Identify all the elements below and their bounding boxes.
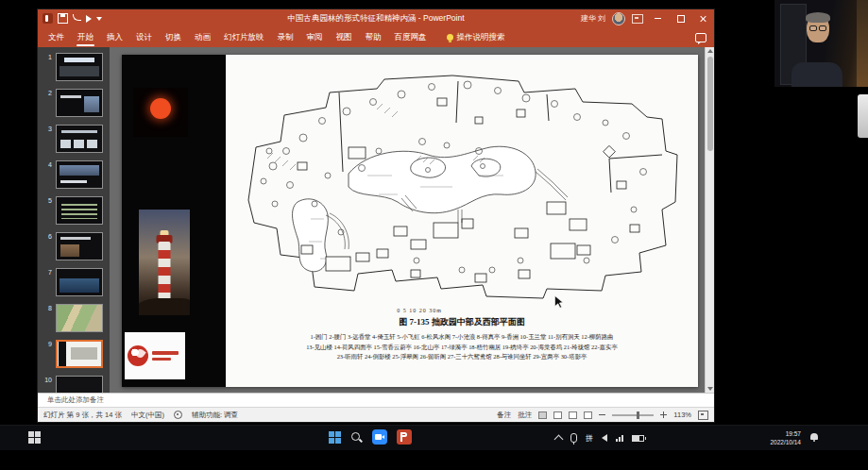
slide-thumbnail-image[interactable] <box>56 196 103 225</box>
slide-thumbnail[interactable]: 6 <box>43 232 110 260</box>
zoom-out-icon[interactable] <box>599 411 605 418</box>
workspace: 1 2 3 4 5 <box>38 47 714 393</box>
battery-icon[interactable] <box>632 435 644 442</box>
status-bar: 幻灯片 第 9 张，共 14 张 中文(中国) 辅助功能: 调查 备注 批注 1… <box>38 407 714 422</box>
slide-thumbnail-selected[interactable]: 9 <box>43 340 110 368</box>
ribbon-tab-design[interactable]: 设计 <box>129 27 159 47</box>
slide-sorter-view-icon[interactable] <box>553 411 562 419</box>
fit-slide-icon[interactable] <box>698 411 708 420</box>
slide-thumbnail-image[interactable] <box>56 53 103 81</box>
microphone-icon[interactable] <box>570 433 577 443</box>
search-icon[interactable] <box>350 431 363 444</box>
minimize-button[interactable] <box>650 9 666 27</box>
slide-thumbnail[interactable]: 2 <box>43 89 110 117</box>
ribbon-tab-view[interactable]: 视图 <box>330 27 359 47</box>
normal-view-icon[interactable] <box>538 411 547 419</box>
ribbon-tab-baidu-netdisk[interactable]: 百度网盘 <box>388 27 434 47</box>
ime-indicator[interactable]: 拼 <box>586 433 593 444</box>
webcam-video[interactable] <box>774 0 868 87</box>
account-avatar[interactable] <box>612 12 625 25</box>
meeting-app-edge-panel[interactable] <box>858 94 868 138</box>
notes-placeholder[interactable]: 单击此处添加备注 <box>47 395 104 405</box>
canvas-scrollbar[interactable] <box>705 47 714 393</box>
powerpoint-app-icon[interactable] <box>43 13 53 24</box>
slide-thumbnail[interactable]: 8 <box>43 304 110 332</box>
slide-number: 7 <box>43 268 52 276</box>
clock[interactable]: 19:57 2022/10/14 <box>748 429 801 446</box>
slide-thumbnail[interactable]: 4 <box>43 160 110 189</box>
notes-toggle[interactable]: 备注 <box>497 411 511 420</box>
restore-button[interactable] <box>672 9 689 27</box>
scroll-down-icon[interactable] <box>707 387 713 391</box>
slide-thumbnail[interactable]: 1 <box>43 53 110 81</box>
ribbon-tab-help[interactable]: 帮助 <box>359 27 388 47</box>
customize-toolbar-icon[interactable] <box>96 17 102 21</box>
scroll-up-icon[interactable] <box>707 49 713 53</box>
comments-toggle[interactable]: 批注 <box>518 411 532 420</box>
sun-icon <box>150 98 171 119</box>
zoom-slider[interactable] <box>612 414 654 416</box>
ribbon-tab-review[interactable]: 审阅 <box>300 27 330 47</box>
start-icon[interactable] <box>329 431 341 444</box>
tray-expand-icon[interactable] <box>554 435 564 445</box>
tell-me-search[interactable]: 操作说明搜索 <box>447 32 505 43</box>
titlebar[interactable]: 中国古典园林的形式特征和精神内涵 - PowerPoint 建华 刘 <box>38 9 714 27</box>
slide-number: 6 <box>43 232 52 240</box>
clock-time: 19:57 <box>748 429 801 438</box>
ribbon-tab-transitions[interactable]: 切换 <box>159 27 188 47</box>
zoom-level[interactable]: 113% <box>673 411 691 419</box>
accessibility-status[interactable]: 辅助功能: 调查 <box>192 411 238 420</box>
slide-thumbnail[interactable]: 10 <box>43 376 110 393</box>
presenter-hair <box>806 12 830 23</box>
ribbon-tab-slideshow[interactable]: 幻灯片放映 <box>217 27 271 47</box>
slide-thumbnail-image[interactable] <box>56 340 103 368</box>
start-slideshow-icon[interactable] <box>86 15 92 23</box>
slide-thumbnail-image[interactable] <box>56 232 103 260</box>
undo-icon[interactable] <box>73 14 81 21</box>
slide-thumbnail-image[interactable] <box>56 160 103 189</box>
zoom-slider-thumb[interactable] <box>637 411 639 419</box>
presenter-body <box>791 62 842 87</box>
ribbon-tab-file[interactable]: 文件 <box>42 27 71 47</box>
slide-thumbnail-image[interactable] <box>56 89 103 117</box>
slide-canvas[interactable]: 0 5 10 20 30m 图 7-135 拙政园中部及西部平面图 1-园门 2… <box>110 47 705 393</box>
legend-line: 1-园门 2-腰门 3-远香堂 4-倚玉轩 5-小飞虹 6-松风水阁 7-小沧浪… <box>230 332 694 343</box>
ribbon-tab-animations[interactable]: 动画 <box>188 27 217 47</box>
account-name[interactable]: 建华 刘 <box>581 13 605 24</box>
notification-bell-icon[interactable] <box>810 433 818 440</box>
comments-icon[interactable] <box>695 33 706 42</box>
slideshow-view-icon[interactable] <box>584 411 592 419</box>
ribbon-display-options-icon[interactable] <box>632 14 643 24</box>
language-indicator[interactable]: 中文(中国) <box>131 411 164 420</box>
ribbon-tab-record[interactable]: 录制 <box>271 27 300 47</box>
red-sun-photo <box>133 88 188 137</box>
slide-thumbnail-image[interactable] <box>56 268 103 296</box>
taskbar: 拼 19:57 2022/10/14 <box>0 425 868 450</box>
ribbon-tab-insert[interactable]: 插入 <box>100 27 129 47</box>
slide-thumbnail-image[interactable] <box>56 376 103 393</box>
save-icon[interactable] <box>58 13 68 24</box>
scrollbar-thumb[interactable] <box>707 57 713 151</box>
widgets-icon[interactable] <box>28 431 41 444</box>
reading-view-icon[interactable] <box>569 411 577 419</box>
lighthouse-rocks <box>139 298 190 315</box>
slide-thumbnail[interactable]: 3 <box>43 125 110 153</box>
slide-thumbnail-image[interactable] <box>56 125 103 153</box>
slide-thumbnail[interactable]: 7 <box>43 268 110 296</box>
speaker-icon[interactable] <box>602 434 607 442</box>
network-icon[interactable] <box>616 435 623 442</box>
meeting-app-icon[interactable] <box>372 429 387 445</box>
slide-thumbnail-panel[interactable]: 1 2 3 4 5 <box>38 47 110 393</box>
glasses-lens <box>809 25 817 31</box>
slide-thumbnail-image[interactable] <box>56 304 103 332</box>
restore-icon <box>677 15 685 23</box>
notes-pane[interactable]: 单击此处添加备注 <box>38 393 714 407</box>
close-button[interactable] <box>695 9 711 27</box>
slide-indicator[interactable]: 幻灯片 第 9 张，共 14 张 <box>43 411 122 420</box>
zoom-in-icon[interactable] <box>660 411 667 418</box>
ribbon-tab-home[interactable]: 开始 <box>71 27 100 47</box>
slide-thumbnail[interactable]: 5 <box>43 196 110 225</box>
ribbon-tab-bar: 文件 开始 插入 设计 切换 动画 幻灯片放映 录制 审阅 视图 帮助 百度网盘… <box>38 27 714 47</box>
powerpoint-taskbar-icon[interactable] <box>397 429 412 445</box>
current-slide[interactable]: 0 5 10 20 30m 图 7-135 拙政园中部及西部平面图 1-园门 2… <box>122 55 698 387</box>
